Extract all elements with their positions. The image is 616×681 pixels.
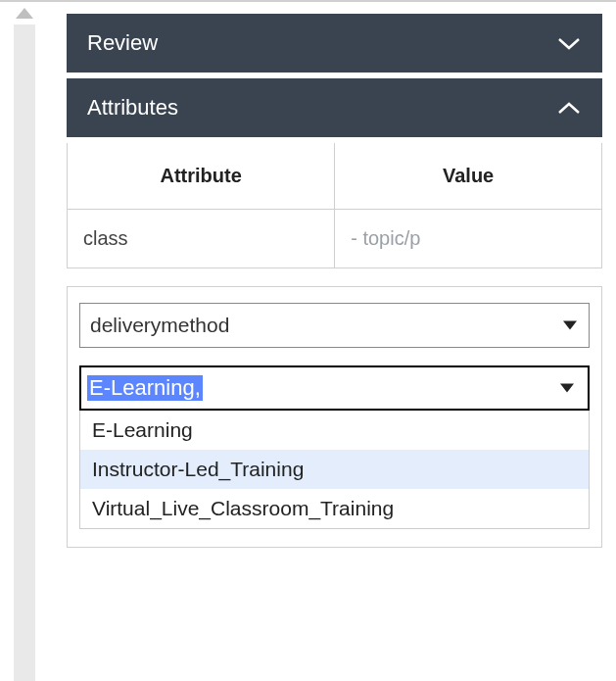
attributes-table: Attribute Value class - topic/p [68,143,601,268]
attributes-section-body: Attribute Value class - topic/p [67,143,602,268]
review-section-header[interactable]: Review [67,14,602,73]
column-header-value: Value [335,143,601,210]
properties-panel: Review Attributes Attribute Value [49,2,616,681]
column-header-attribute: Attribute [68,143,335,210]
caret-down-icon [560,384,574,393]
attributes-section-title: Attributes [87,95,178,121]
attribute-editor: deliverymethod E-Learning, E-Learning In… [67,286,602,548]
chevron-down-icon [556,35,582,51]
attributes-section-header[interactable]: Attributes [67,78,602,137]
attribute-value-dropdown: E-Learning Instructor-Led_Training Virtu… [79,411,590,529]
review-section-title: Review [87,30,158,56]
attribute-name-select-value: deliverymethod [90,314,229,336]
dropdown-option[interactable]: Virtual_Live_Classroom_Training [80,489,589,528]
caret-down-icon [563,321,577,330]
chevron-up-icon [556,100,582,116]
attribute-value-combobox[interactable]: E-Learning, [79,365,590,411]
attr-value-cell: - topic/p [335,210,601,268]
table-row[interactable]: class - topic/p [68,210,601,268]
attr-name-cell: class [68,210,335,268]
attribute-name-select[interactable]: deliverymethod [79,303,590,348]
scroll-up-icon[interactable] [16,8,33,19]
dropdown-option[interactable]: E-Learning [80,411,589,450]
scroll-track[interactable] [14,24,35,681]
dropdown-option[interactable]: Instructor-Led_Training [80,450,589,489]
scrollbar-gutter [0,2,49,681]
attribute-value-input[interactable]: E-Learning, [87,375,203,401]
